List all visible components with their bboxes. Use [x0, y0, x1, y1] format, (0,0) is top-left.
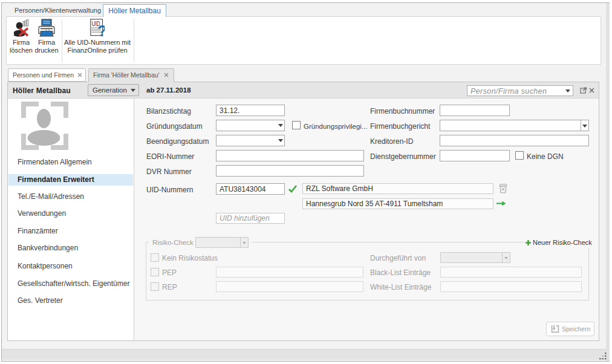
svg-text:?: ? [97, 22, 105, 37]
